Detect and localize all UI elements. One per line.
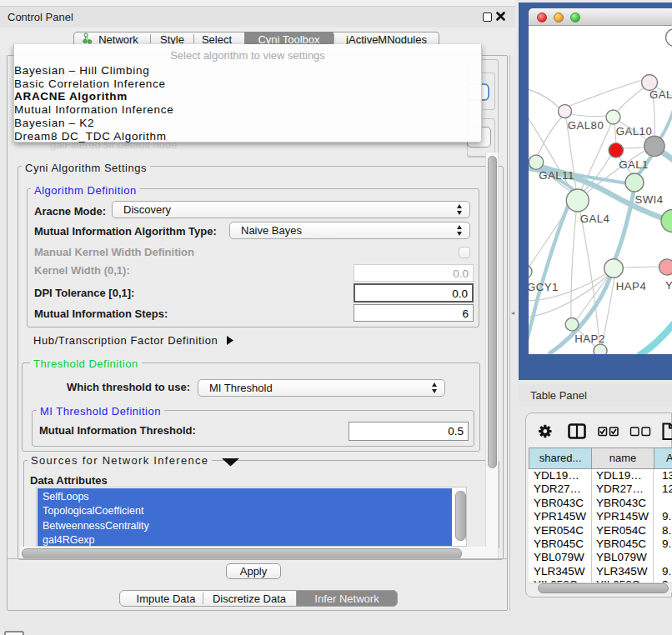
svg-text:GCY1: GCY1 bbox=[529, 281, 559, 293]
svg-text:HAP4: HAP4 bbox=[616, 280, 646, 292]
svg-text:GAL4: GAL4 bbox=[580, 212, 610, 225]
svg-text:GAL1: GAL1 bbox=[619, 158, 649, 171]
svg-text:GAL80: GAL80 bbox=[568, 119, 604, 132]
svg-text:HAP2: HAP2 bbox=[574, 332, 604, 345]
svg-text:SWI4: SWI4 bbox=[634, 193, 663, 206]
svg-text:GAL10: GAL10 bbox=[616, 125, 653, 138]
svg-text:Y: Y bbox=[665, 279, 672, 292]
svg-text:GAL7: GAL7 bbox=[649, 88, 672, 101]
svg-text:GAL11: GAL11 bbox=[539, 169, 574, 182]
